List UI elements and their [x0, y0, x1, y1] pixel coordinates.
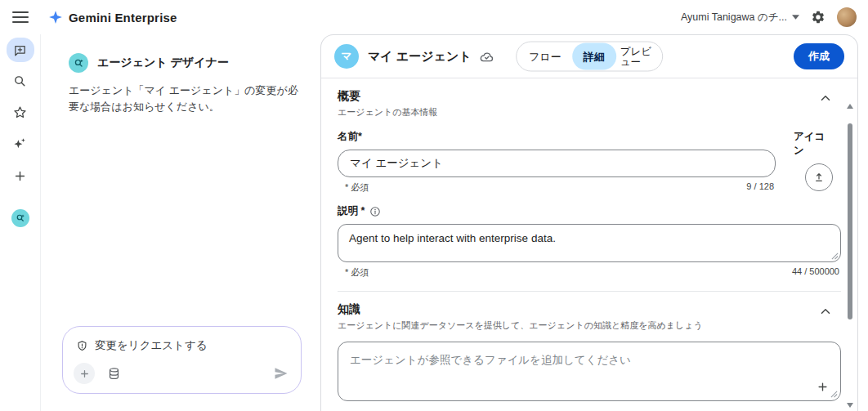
agent-designer-icon — [16, 213, 25, 223]
plus-icon — [13, 169, 27, 183]
rail-item-add[interactable] — [7, 163, 34, 188]
agent-designer-panel: エージェント デザイナー エージェント「マイ エージェント」の変更が必要な場合は… — [41, 34, 320, 411]
scroll-up-arrow[interactable] — [847, 104, 853, 109]
rail-item-new-chat[interactable] — [7, 38, 34, 62]
gear-icon[interactable] — [811, 10, 825, 25]
icon-label: アイコン — [794, 130, 833, 158]
account-selector[interactable]: Ayumi Tanigawa のチ... — [681, 11, 799, 25]
view-tabs: フロー 詳細 プレビュー — [516, 42, 663, 72]
tab-details[interactable]: 詳細 — [572, 43, 616, 70]
gemini-sparkle-icon — [48, 10, 63, 25]
rail-item-agents[interactable] — [7, 131, 34, 155]
top-bar-right: Ayumi Tanigawa のチ... — [681, 7, 857, 27]
description-counter: 44 / 500000 — [792, 266, 839, 279]
new-chat-icon — [13, 43, 27, 57]
chat-input-placeholder: 変更をリクエストする — [95, 338, 208, 353]
knowledge-titles: 知識 エージェントに関連データソースを提供して、エージェントの知識と精度を高めま… — [338, 302, 818, 332]
knowledge-dropzone[interactable]: エージェントが参照できるファイルを追加してください — [338, 342, 841, 401]
scroll-down-arrow[interactable] — [847, 403, 853, 408]
chat-input-placeholder-row: 変更をリクエストする — [63, 327, 301, 353]
name-label: 名前* — [338, 130, 776, 144]
agent-editor-card: マ マイ エージェント フロー 詳細 プレビュー 作成 概要 エージェントの基本… — [320, 34, 858, 411]
resize-handle-icon[interactable] — [831, 252, 839, 260]
name-required-hint: * 必須 — [345, 181, 369, 194]
section-knowledge: 知識 エージェントに関連データソースを提供して、エージェントの知識と精度を高めま… — [338, 302, 841, 332]
editor-form: 概要 エージェントの基本情報 名前* * 必須 9 / 128 アイコン — [321, 78, 857, 411]
rail-item-search[interactable] — [7, 69, 34, 93]
agent-avatar: マ — [334, 44, 359, 69]
resize-handle-icon[interactable] — [830, 391, 838, 398]
overview-titles: 概要 エージェントの基本情報 — [338, 89, 818, 118]
chevron-down-icon — [792, 15, 799, 20]
section-divider — [338, 291, 841, 292]
overview-subtitle: エージェントの基本情報 — [338, 106, 818, 118]
section-overview: 概要 エージェントの基本情報 — [338, 89, 841, 118]
tab-preview[interactable]: プレビュー — [616, 46, 660, 67]
name-input[interactable] — [338, 150, 776, 177]
star-icon — [13, 105, 27, 119]
description-textarea[interactable]: Agent to help interact with enterprise d… — [338, 224, 841, 262]
name-meta: * 必須 9 / 128 — [338, 181, 776, 194]
add-file-icon[interactable] — [817, 381, 829, 393]
account-selector-label: Ayumi Tanigawa のチ... — [681, 11, 787, 25]
description-required-hint: * 必須 — [345, 266, 369, 279]
product-name: Gemini Enterprise — [69, 11, 177, 25]
create-button[interactable]: 作成 — [794, 43, 844, 69]
editor-header: マ マイ エージェント フロー 詳細 プレビュー 作成 — [321, 35, 857, 78]
product-logo: Gemini Enterprise — [48, 10, 177, 25]
chat-panel-title: エージェント デザイナー — [97, 56, 229, 70]
agent-designer-icon — [74, 58, 84, 69]
tab-flow[interactable]: フロー — [518, 49, 572, 64]
search-icon — [13, 74, 27, 88]
collapse-knowledge-icon[interactable] — [818, 304, 833, 319]
database-icon[interactable] — [107, 367, 121, 381]
knowledge-subtitle: エージェントに関連データソースを提供して、エージェントの知識と精度を高めましょう — [338, 319, 818, 332]
form-scrollbar[interactable] — [845, 104, 855, 408]
name-counter: 9 / 128 — [746, 181, 774, 194]
user-avatar[interactable] — [837, 7, 857, 27]
top-bar: Gemini Enterprise Ayumi Tanigawa のチ... — [0, 0, 868, 34]
name-field-block: 名前* * 必須 9 / 128 — [338, 130, 776, 194]
rail-item-agent-designer[interactable] — [11, 209, 29, 227]
chat-header: エージェント デザイナー — [41, 34, 320, 73]
rail-item-starred[interactable] — [7, 100, 34, 124]
description-field-block: 説明 * Agent to help interact with enterpr… — [338, 204, 841, 279]
cloud-done-icon — [479, 49, 494, 65]
icon-field-block: アイコン — [794, 130, 833, 194]
name-icon-row: 名前* * 必須 9 / 128 アイコン — [338, 130, 841, 194]
overview-title: 概要 — [338, 89, 818, 104]
description-label: 説明 * — [338, 204, 365, 218]
knowledge-title: 知識 — [338, 302, 818, 317]
icon-upload-button[interactable] — [805, 163, 833, 191]
assistant-message: エージェント「マイ エージェント」の変更が必要な場合はお知らせください。 — [41, 73, 320, 115]
agent-designer-avatar — [69, 53, 88, 73]
attach-button[interactable] — [74, 363, 95, 384]
plus-icon — [79, 369, 90, 379]
change-request-input[interactable]: 変更をリクエストする — [62, 326, 302, 394]
agent-title: マイ エージェント — [368, 49, 472, 65]
sparkle-icon — [13, 136, 27, 150]
knowledge-dropzone-placeholder: エージェントが参照できるファイルを追加してください — [338, 342, 840, 368]
description-meta: * 必須 44 / 500000 — [338, 266, 841, 279]
shield-icon — [76, 340, 88, 352]
description-textarea-wrap: Agent to help interact with enterprise d… — [338, 224, 841, 262]
description-label-row: 説明 * — [338, 204, 841, 218]
upload-icon — [812, 171, 825, 184]
send-icon[interactable] — [273, 365, 289, 382]
icon-rail — [0, 34, 41, 411]
menu-icon[interactable] — [12, 11, 29, 23]
info-icon[interactable] — [369, 206, 381, 217]
collapse-overview-icon[interactable] — [818, 91, 833, 105]
chat-input-toolbar — [74, 363, 289, 384]
scrollbar-thumb[interactable] — [848, 123, 852, 319]
